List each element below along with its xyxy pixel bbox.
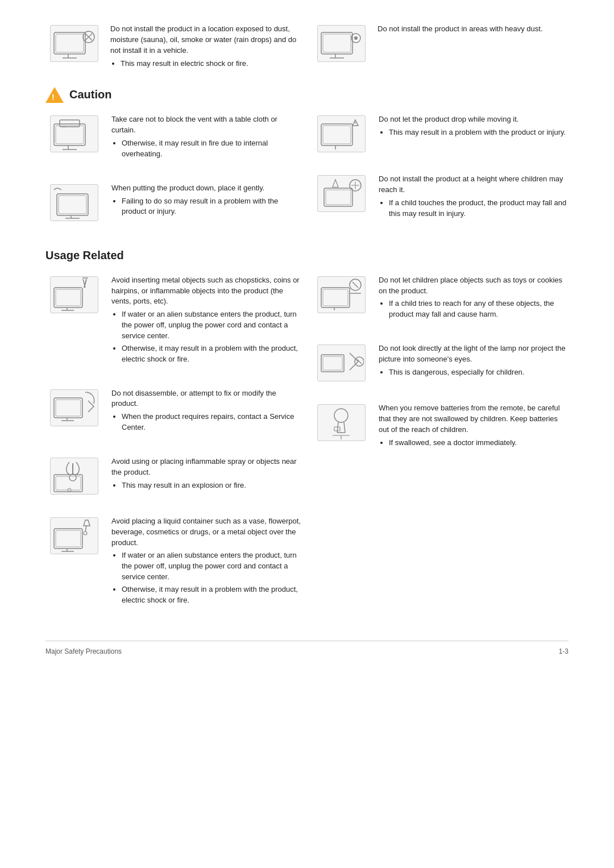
usage-left-1-bullet-1: If water or an alien substance enters th… [122,309,301,342]
usage-left-2-icon [50,389,98,426]
usage-right-1-main: Do not let children place objects such a… [379,275,569,297]
usage-right-2-icon-cell [313,342,370,381]
usage-right: Do not let children place objects such a… [313,274,569,618]
svg-rect-33 [56,289,81,306]
svg-rect-38 [56,400,81,416]
usage-left-4-icon [50,517,98,554]
top-right-main: Do not install the product in areas with… [377,24,569,35]
usage-left-2-bullet-1: When the product requires repairs, conta… [122,412,301,433]
usage-section: Avoid inserting metal objects such as ch… [45,274,569,618]
caution-left-1-icon-cell [45,113,102,161]
svg-point-44 [69,474,76,481]
usage-right-1-block: Do not let children place objects such a… [313,274,569,322]
svg-rect-8 [323,34,351,52]
caution-left-2-text: When putting the product down, place it … [111,182,301,221]
usage-left-2-main: Do not disassemble, or attempt to fix or… [111,388,301,410]
usage-left-2-text: Do not disassemble, or attempt to fix or… [111,387,301,435]
usage-right-3-icon-cell [313,402,370,450]
caution-title: Caution [69,86,111,103]
usage-left-3-bullet-1: This may result in an explosion or fire. [122,480,301,491]
svg-rect-56 [321,355,344,372]
usage-right-3-block: When you remove batteries from the remot… [313,402,569,450]
usage-left-1-text: Avoid inserting metal objects such as ch… [111,274,301,367]
usage-left-4-block: Avoid placing a liquid container such as… [45,515,301,608]
caution-right: Do not let the product drop while moving… [313,113,569,231]
usage-left-3-main: Avoid using or placing inflammable spray… [111,456,301,478]
usage-title: Usage Related [45,249,124,261]
svg-rect-28 [326,190,351,205]
usage-right-1-bullets: If a child tries to reach for any of the… [389,298,569,320]
top-right-icon-cell [313,23,370,70]
svg-point-60 [334,409,348,422]
caution-triangle-icon [45,87,64,103]
caution-right-2-icon-cell [313,173,370,221]
caution-left-2-bullets: Failing to do so may result in a problem… [122,196,301,218]
usage-right-2-icon [317,344,366,381]
svg-rect-42 [56,476,81,490]
top-left-icon [50,25,98,62]
caution-left-1-block: Take care not to block the vent with a t… [45,113,301,161]
caution-left-2-bullet-1: Failing to do so may result in a problem… [122,196,301,218]
usage-left-1-icon-cell [45,274,102,367]
top-right-icon [317,25,366,62]
svg-line-55 [352,282,358,288]
svg-line-49 [85,526,86,531]
usage-left-1-block: Avoid inserting metal objects such as ch… [45,274,301,367]
usage-right-1-icon-cell [313,274,370,322]
svg-rect-46 [56,530,81,547]
usage-left-4-text: Avoid placing a liquid container such as… [111,515,301,608]
svg-rect-51 [321,288,350,308]
usage-left-4-main: Avoid placing a liquid container such as… [111,516,301,549]
caution-left-2-block: When putting the product down, place it … [45,182,301,221]
usage-header: Usage Related [45,247,569,264]
svg-rect-37 [54,398,82,418]
usage-left-4-bullet-1: If water or an alien substance enters th… [122,550,301,583]
usage-right-2-block: Do not look directly at the light of the… [313,342,569,381]
usage-right-2-text: Do not look directly at the light of the… [379,342,569,381]
svg-rect-24 [323,126,351,144]
usage-left-2-icon-cell [45,387,102,435]
caution-left-1-text: Take care not to block the vent with a t… [111,113,301,161]
usage-right-2-bullet-1: This is dangerous, especially for childr… [389,367,569,378]
usage-right-1-bullet-1: If a child tries to reach for any of the… [389,298,569,320]
usage-left: Avoid inserting metal objects such as ch… [45,274,301,618]
svg-rect-1 [56,34,84,52]
footer-right: 1-3 [559,647,569,657]
caution-right-2-icon [317,175,366,212]
footer-left: Major Safety Precautions [45,647,122,657]
svg-rect-20 [59,196,86,214]
usage-right-1-text: Do not let children place objects such a… [379,274,569,322]
top-left-text: Do not install the product in a location… [110,23,301,70]
svg-point-12 [354,36,358,40]
svg-rect-14 [56,126,84,144]
caution-right-2-bullet-1: If a child touches the product, the prod… [389,198,569,219]
usage-left-3-icon [50,458,98,495]
usage-left-4-bullet-2: Otherwise, it may result in a problem wi… [122,584,301,606]
footer: Major Safety Precautions 1-3 [45,641,569,657]
usage-left-4-icon-cell [45,515,102,608]
svg-point-50 [84,531,87,535]
usage-left-3-icon-cell [45,455,102,495]
usage-left-1-main: Avoid inserting metal objects such as ch… [111,275,301,308]
usage-left-3-block: Avoid using or placing inflammable spray… [45,455,301,495]
caution-right-2-bullets: If a child touches the product, the prod… [389,198,569,219]
caution-header: Caution [45,86,569,103]
usage-right-2-main: Do not look directly at the light of the… [379,343,569,365]
top-section: Do not install the product in a location… [45,23,569,70]
usage-right-3-text: When you remove batteries from the remot… [379,402,569,450]
caution-left-1-bullets: Otherwise, it may result in fire due to … [122,138,301,160]
top-right-text: Do not install the product in areas with… [377,23,569,70]
top-left-bullet-1: This may result in electric shock or fir… [121,59,301,69]
top-left-bullets: This may result in electric shock or fir… [121,59,301,69]
usage-right-3-bullet-1: If swallowed, see a doctor immediately. [389,438,569,448]
caution-right-1-bullet-1: This may result in a problem with the pr… [389,127,569,138]
usage-left-1-bullets: If water or an alien substance enters th… [122,309,301,364]
caution-right-1-text: Do not let the product drop while moving… [379,113,569,152]
top-left-col: Do not install the product in a location… [45,23,301,70]
caution-right-2-main: Do not install the product at a height w… [379,174,569,196]
usage-right-3-main: When you remove batteries from the remot… [379,403,569,435]
caution-right-1-icon-cell [313,113,370,152]
caution-right-2-block: Do not install the product at a height w… [313,173,569,221]
usage-right-1-icon [317,276,366,313]
caution-left-1-bullet-1: Otherwise, it may result in fire due to … [122,138,301,160]
